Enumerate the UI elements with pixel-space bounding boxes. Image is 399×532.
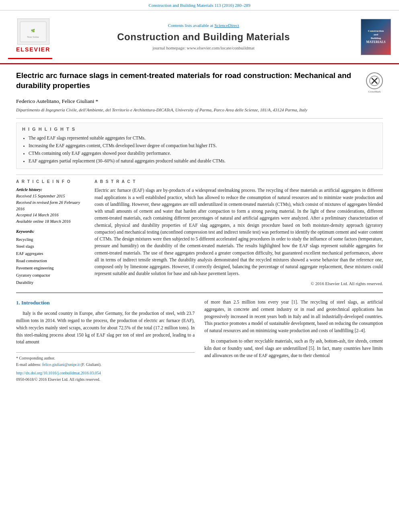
keyword: Recycling [16, 236, 86, 243]
intro-para-1: Italy is the second country in Europe, a… [16, 310, 195, 346]
svg-text:🌿: 🌿 [31, 29, 35, 33]
divider-2 [16, 175, 383, 175]
doi-link[interactable]: http://dx.doi.org/10.1016/j.conbuildmat.… [16, 371, 101, 375]
elsevier-logo-area: 🌿 Non Solus ELSEVIER [8, 14, 52, 59]
keyword: Gyratory compactor [16, 272, 86, 279]
keywords-list: Recycling Steel slags EAF aggregates Roa… [16, 236, 86, 286]
abstract-text: Electric arc furnace (EAF) slags are by-… [95, 187, 383, 277]
svg-text:Non Solus: Non Solus [27, 35, 39, 39]
journal-title: Construction and Building Materials [52, 30, 355, 44]
accepted-date: Accepted 14 March 2016 [16, 212, 86, 218]
affiliation-text: Dipartimento di Ingegneria Civile, dell'… [16, 107, 383, 113]
highlight-item: The aged EAF slags represented suitable … [29, 135, 377, 141]
revised-date: Received in revised form 26 February 201… [16, 199, 86, 212]
highlight-item: Increasing the EAF aggregates content, C… [29, 142, 377, 149]
received-date: Received 15 September 2015 [16, 193, 86, 199]
journal-header: 🌿 Non Solus ELSEVIER Contents lists avai… [0, 10, 399, 64]
corresponding-author-note: * Corresponding author. [16, 355, 195, 362]
body-columns: 1. Introduction Italy is the second coun… [16, 299, 383, 382]
article-title-block: CrossMark Electric arc furnace slags in … [16, 71, 383, 94]
highlight-item: CTMs containing only EAF aggregates show… [29, 150, 377, 156]
keyword: EAF aggregates [16, 250, 86, 257]
body-left-col: 1. Introduction Italy is the second coun… [16, 299, 195, 382]
authors-line: Federico Autelitano, Felice Giuliani * [16, 98, 383, 105]
article-info-col: A R T I C L E I N F O Article history: R… [16, 179, 86, 287]
keyword: Durability [16, 279, 86, 286]
article-info-label: A R T I C L E I N F O [16, 179, 86, 185]
elsevier-tree-icon: 🌿 Non Solus [17, 18, 49, 45]
footnote-area: * Corresponding author. E-mail address: … [16, 352, 195, 382]
journal-citation: Construction and Building Materials 113 … [0, 0, 399, 10]
issn-line: 0950-0618/© 2016 Elsevier Ltd. All right… [16, 376, 195, 383]
abstract-label: A B S T R A C T [95, 179, 383, 185]
info-abstract-block: A R T I C L E I N F O Article history: R… [16, 179, 383, 287]
journal-mini-logo: Construction and Building MATERIALS [361, 19, 391, 55]
sciencedirect-link[interactable]: ScienceDirect [214, 23, 239, 28]
article-history: Article history: Received 15 September 2… [16, 187, 86, 225]
citation-text: Construction and Building Materials 113 … [148, 3, 250, 8]
divider-1 [16, 118, 383, 119]
email-line: E-mail address: felice.giuliani@unipr.it… [16, 362, 195, 368]
mini-logo-text: Construction and Building MATERIALS [366, 29, 386, 45]
intro-heading: 1. Introduction [16, 299, 195, 307]
highlights-section: H I G H L I G H T S The aged EAF slags r… [16, 123, 383, 169]
article-title: Electric arc furnace slags in cement-tre… [16, 71, 383, 90]
highlights-list: The aged EAF slags represented suitable … [22, 135, 377, 164]
sciencedirect-text: Contents lists available at ScienceDirec… [52, 23, 355, 29]
keyword: Steel slags [16, 243, 86, 250]
history-label: Article history: [16, 187, 86, 193]
body-divider [16, 292, 383, 293]
journal-mini-logo-area: Construction and Building MATERIALS [355, 19, 391, 55]
authors-text: Federico Autelitano, Felice Giuliani * [16, 98, 98, 104]
copyright-text: © 2016 Elsevier Ltd. All rights reserved… [95, 281, 383, 287]
asterisk-note: * Corresponding author. [16, 356, 55, 360]
crossmark-label: CrossMark [366, 90, 383, 94]
abstract-col: A B S T R A C T Electric arc furnace (EA… [95, 179, 383, 287]
body-right-col: of more than 2.5 million tons every year… [204, 299, 383, 382]
keywords-block: Keywords: Recycling Steel slags EAF aggr… [16, 229, 86, 286]
paper-content: CrossMark Electric arc furnace slags in … [0, 64, 399, 389]
crossmark-area: CrossMark [366, 72, 383, 94]
email-link[interactable]: felice.giuliani@unipr.it [42, 362, 80, 367]
journal-homepage: journal homepage: www.elsevier.com/locat… [52, 45, 355, 51]
intro-para-col2-1: of more than 2.5 million tons every year… [204, 299, 383, 335]
doi-line: http://dx.doi.org/10.1016/j.conbuildmat.… [16, 370, 195, 376]
keywords-label: Keywords: [16, 229, 86, 235]
intro-para-col2-2: In comparison to other recyclable materi… [204, 338, 383, 359]
elsevier-brand-label: ELSEVIER [16, 46, 50, 54]
email-suffix: (F. Giuliani). [81, 362, 102, 367]
keyword: Pavement engineering [16, 265, 86, 272]
journal-center-block: Contents lists available at ScienceDirec… [52, 23, 355, 51]
crossmark-icon [366, 72, 383, 89]
highlights-label: H I G H L I G H T S [22, 126, 377, 132]
email-label: E-mail address: [16, 362, 41, 367]
keyword: Road construction [16, 257, 86, 265]
online-date: Available online 18 March 2016 [16, 218, 86, 225]
highlight-item: EAF aggregates partial replacement (30–6… [29, 158, 377, 164]
